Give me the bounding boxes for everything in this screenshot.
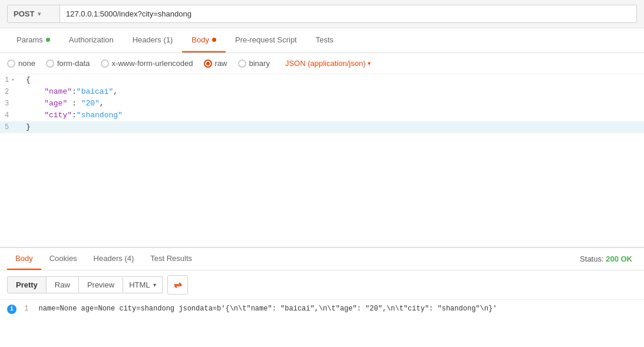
fold-arrow-1[interactable]: ▾ [11,74,14,86]
radio-none-circle [7,60,15,68]
url-input[interactable] [60,5,637,23]
radio-raw-circle [204,60,212,68]
editor-line-4: 4 "city":"shandong" [0,110,644,121]
response-tab-body[interactable]: Body [7,248,41,270]
line-num-5: 5 [0,121,24,133]
code-editor[interactable]: 1 ▾ { 2 "name":"baicai", 3 "age" : "20",… [0,74,644,247]
radio-raw[interactable]: raw [204,59,227,68]
response-format-row: Pretty Raw Preview HTML ▾ ⇌ [0,270,644,300]
tab-authorization-label: Authorization [69,35,114,44]
wrap-icon: ⇌ [174,279,181,290]
tab-authorization[interactable]: Authorization [60,28,123,52]
line-content-5: } [24,121,33,133]
response-tab-test-results-label: Test Results [150,254,192,263]
resp-line-num: 1 [24,305,28,313]
tab-tests-label: Tests [316,35,333,44]
body-format-row: none form-data x-www-form-urlencoded raw… [0,53,644,74]
editor-line-3: 3 "age" : "20", [0,98,644,110]
tab-params-label: Params [16,35,43,44]
format-type-chevron: ▾ [153,282,156,288]
editor-line-2: 2 "name":"baicai", [0,86,644,98]
tab-prerequest-label: Pre-request Script [235,35,297,44]
line-content-4: "city":"shandong" [24,110,125,121]
status-code: 200 OK [606,255,632,263]
line-content-3: "age" : "20", [24,98,107,110]
method-chevron: ▾ [38,11,41,17]
json-format-select[interactable]: JSON (application/json) ▾ [285,59,371,68]
response-tab-test-results[interactable]: Test Results [142,248,200,270]
radio-binary[interactable]: binary [238,59,270,68]
radio-urlencoded[interactable]: x-www-form-urlencoded [101,59,193,68]
format-type-select[interactable]: HTML ▾ [123,276,162,293]
tab-tests[interactable]: Tests [306,28,343,52]
wrap-text-button[interactable]: ⇌ [167,275,188,295]
response-tab-headers[interactable]: Headers (4) [85,248,143,270]
format-type-label: HTML [129,280,150,289]
line-num-4: 4 [0,110,24,121]
line-content-1: { [24,74,33,86]
editor-line-1: 1 ▾ { [0,74,644,86]
body-dot [212,38,216,42]
tab-body-label: Body [191,35,209,44]
response-tab-cookies[interactable]: Cookies [41,248,85,270]
response-section: Body Cookies Headers (4) Test Results St… [0,247,644,319]
radio-raw-label: raw [215,59,227,68]
editor-line-5: 5 } [0,121,644,133]
request-tabs-row: Params Authorization Headers (1) Body Pr… [0,28,644,53]
line-num-3: 3 [0,98,24,110]
line-num-1: 1 ▾ [0,74,24,86]
response-tab-cookies-label: Cookies [49,254,77,263]
response-tab-body-label: Body [15,254,33,263]
radio-urlencoded-circle [101,60,109,68]
method-select[interactable]: POST ▾ [7,5,60,23]
radio-form-data-label: form-data [57,59,90,68]
radio-none[interactable]: none [7,59,35,68]
method-label: POST [14,9,34,18]
tab-params[interactable]: Params [7,28,60,52]
format-raw-button[interactable]: Raw [47,276,79,293]
format-preview-button[interactable]: Preview [79,276,123,293]
response-text: name=None age=None city=shandong jsondat… [39,305,497,313]
radio-form-data-circle [46,60,54,68]
radio-binary-circle [238,60,246,68]
line-content-2: "name":"baicai", [24,86,120,98]
status-label: Status: [580,255,603,263]
tab-body[interactable]: Body [182,28,226,52]
radio-urlencoded-label: x-www-form-urlencoded [112,59,193,68]
radio-none-label: none [18,59,35,68]
response-tab-headers-label: Headers (4) [94,254,134,263]
tab-prerequest[interactable]: Pre-request Script [226,28,306,52]
format-pretty-button[interactable]: Pretty [7,276,47,293]
radio-form-data[interactable]: form-data [46,59,90,68]
json-format-chevron: ▾ [368,60,371,67]
params-dot [46,38,50,42]
radio-binary-label: binary [249,59,270,68]
response-output: i 1 name=None age=None city=shandong jso… [0,300,644,319]
url-bar: POST ▾ [0,0,644,28]
status-badge: Status: 200 OK [580,255,637,263]
response-tabs-row: Body Cookies Headers (4) Test Results St… [0,248,644,270]
line-num-2: 2 [0,86,24,98]
info-icon: i [7,305,16,314]
tab-headers[interactable]: Headers (1) [123,28,183,52]
tab-headers-label: Headers (1) [133,35,173,44]
json-format-label: JSON (application/json) [285,59,366,68]
